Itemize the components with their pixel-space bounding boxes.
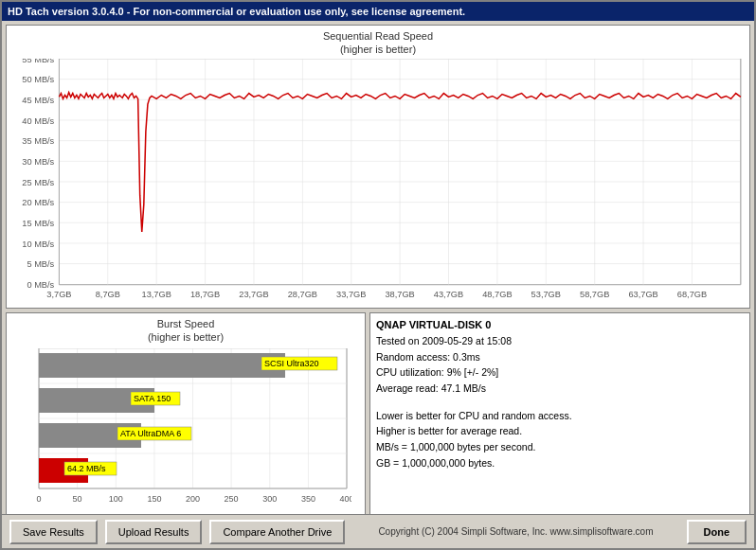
svg-text:63,7GB: 63,7GB [628,290,657,299]
info-line8: MB/s = 1,000,000 bytes per second. [376,440,744,454]
svg-text:8,7GB: 8,7GB [96,290,120,299]
info-line7: Higher is better for average read. [376,424,744,438]
info-panel: QNAP VIRTUAL-DISK 0 Tested on 2009-05-29… [369,312,750,514]
svg-text:33,7GB: 33,7GB [336,290,366,299]
svg-text:350: 350 [301,494,315,504]
svg-text:0 MB/s: 0 MB/s [27,280,54,290]
sequential-chart-panel: Sequential Read Speed (higher is better) [6,25,750,309]
svg-text:28,7GB: 28,7GB [288,290,317,299]
info-line6: Lower is better for CPU and random acces… [376,409,744,423]
info-line3: CPU utilization: 9% [+/- 2%] [376,365,744,380]
svg-rect-68 [39,353,285,378]
svg-text:64.2 MB/s: 64.2 MB/s [67,464,106,473]
svg-text:58,7GB: 58,7GB [580,290,609,299]
svg-text:30 MB/s: 30 MB/s [22,157,54,167]
save-results-button[interactable]: Save Results [9,520,98,544]
svg-text:200: 200 [186,494,200,504]
svg-text:53,7GB: 53,7GB [531,290,561,299]
svg-text:50: 50 [73,494,82,504]
svg-text:5 MB/s: 5 MB/s [27,259,54,269]
content-area: Sequential Read Speed (higher is better) [2,21,754,514]
svg-text:68,7GB: 68,7GB [677,290,707,299]
done-button[interactable]: Done [687,520,747,544]
main-window: HD Tach version 3.0.4.0 - For non-commer… [0,0,756,550]
svg-text:15 MB/s: 15 MB/s [22,219,54,228]
svg-text:38,7GB: 38,7GB [385,290,414,299]
info-line4: Average read: 47.1 MB/s [376,381,744,396]
info-line9: GB = 1,000,000,000 bytes. [376,456,744,470]
svg-text:300: 300 [262,494,277,504]
drive-name: QNAP VIRTUAL-DISK 0 [376,319,744,330]
svg-text:400: 400 [339,494,351,504]
compare-drive-button[interactable]: Compare Another Drive [209,520,345,544]
svg-text:ATA UltraDMA 6: ATA UltraDMA 6 [120,429,181,438]
svg-text:40 MB/s: 40 MB/s [22,116,54,126]
svg-text:SCSI Ultra320: SCSI Ultra320 [264,359,319,368]
info-line2: Random access: 0.3ms [376,350,744,364]
svg-text:10 MB/s: 10 MB/s [22,240,54,249]
svg-text:45 MB/s: 45 MB/s [22,96,54,105]
svg-text:0: 0 [36,494,41,504]
copyright-text: Copyright (C) 2004 Simpli Software, Inc.… [352,526,678,537]
burst-chart-panel: Burst Speed (higher is better) [6,312,366,514]
upload-results-button[interactable]: Upload Results [105,520,203,544]
seq-chart-title: Sequential Read Speed (higher is better) [10,29,746,57]
svg-text:48,7GB: 48,7GB [482,290,512,299]
svg-text:35 MB/s: 35 MB/s [22,136,54,146]
burst-chart-svg: SCSI Ultra320 SATA 150 ATA UltraDMA 6 [10,348,351,509]
svg-text:100: 100 [109,494,123,504]
title-text: HD Tach version 3.0.4.0 - For non-commer… [8,6,465,17]
svg-text:3,7GB: 3,7GB [46,290,71,299]
svg-text:18,7GB: 18,7GB [190,290,220,299]
burst-chart-title: Burst Speed (higher is better) [10,317,361,345]
svg-text:13,7GB: 13,7GB [141,290,171,299]
title-bar: HD Tach version 3.0.4.0 - For non-commer… [2,2,754,21]
svg-text:55 MB/s: 55 MB/s [22,59,54,64]
svg-text:23,7GB: 23,7GB [239,290,268,299]
svg-text:150: 150 [147,494,161,504]
info-line1: Tested on 2009-05-29 at 15:08 [376,334,744,348]
svg-text:50 MB/s: 50 MB/s [22,75,54,84]
svg-text:250: 250 [225,494,239,504]
svg-text:25 MB/s: 25 MB/s [22,178,54,187]
footer: Save Results Upload Results Compare Anot… [2,514,754,548]
bottom-area: Burst Speed (higher is better) [6,312,750,514]
svg-text:43,7GB: 43,7GB [434,290,463,299]
svg-text:20 MB/s: 20 MB/s [22,198,54,207]
svg-text:SATA 150: SATA 150 [134,394,171,403]
sequential-chart-svg: 55 MB/s 50 MB/s 45 MB/s 40 MB/s 35 MB/s … [10,59,746,303]
